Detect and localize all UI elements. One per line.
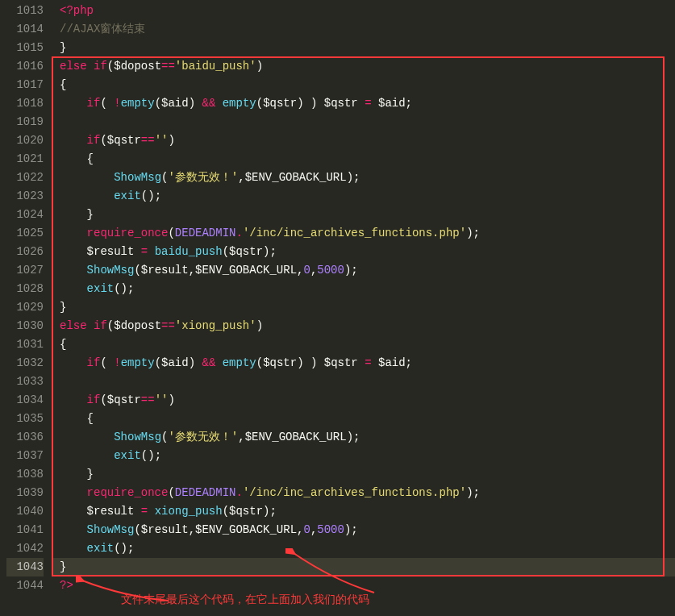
code-line[interactable]: require_once(DEDEADMIN.'/inc/inc_archive… <box>52 484 675 502</box>
code-editor[interactable]: 1013101410151016101710181019102010211022… <box>0 0 675 616</box>
code-line[interactable]: exit(); <box>52 280 675 298</box>
line-number: 1020 <box>6 131 44 150</box>
line-number: 1033 <box>6 373 44 391</box>
token-pn: ( <box>223 505 229 518</box>
code-area[interactable]: <?php//AJAX窗体结束}else if($dopost=='baidu_… <box>52 0 675 616</box>
code-line[interactable]: } <box>52 558 675 576</box>
token-pn: , <box>189 523 195 536</box>
code-line[interactable]: { <box>52 150 675 169</box>
token-var: $qstr <box>263 356 297 369</box>
token-var: $aid <box>161 97 189 110</box>
code-line[interactable]: //AJAX窗体结束 <box>52 20 675 39</box>
token-pn: ( <box>256 97 263 110</box>
token-var: $result <box>141 264 189 277</box>
code-line[interactable] <box>52 113 675 131</box>
code-line[interactable]: ?> <box>52 576 675 595</box>
token-fn: ShowMsg <box>114 171 161 184</box>
token-pn: { <box>60 78 66 91</box>
token-kw: <?php <box>60 4 94 17</box>
code-line[interactable] <box>52 373 675 391</box>
token-kw: require_once <box>87 486 169 499</box>
token-pn <box>372 97 378 110</box>
token-var: $qstr <box>229 505 263 518</box>
token-pn <box>134 505 140 518</box>
code-line[interactable]: ShowMsg('参数无效！',$ENV_GOBACK_URL); <box>52 169 675 187</box>
token-pn <box>60 486 87 499</box>
line-number: 1021 <box>6 150 44 169</box>
token-str: '参数无效！' <box>168 171 238 184</box>
line-number: 1043 <box>6 558 44 576</box>
code-line[interactable]: { <box>52 335 675 354</box>
line-number: 1028 <box>6 280 44 298</box>
token-fn: xiong_push <box>155 505 223 518</box>
token-pn: ) ) <box>297 356 324 369</box>
code-line[interactable]: } <box>52 298 675 317</box>
line-number: 1044 <box>6 576 44 595</box>
line-number: 1023 <box>6 187 44 206</box>
token-pn: ( <box>100 134 106 147</box>
token-pn: } <box>60 560 66 573</box>
token-kw: . <box>235 227 242 239</box>
token-pn: } <box>60 468 94 481</box>
code-line[interactable]: if( !empty($aid) && empty($qstr) ) $qstr… <box>52 94 675 113</box>
token-pn <box>60 505 87 518</box>
code-line[interactable]: $result = xiong_push($qstr); <box>52 502 675 521</box>
code-line[interactable]: if($qstr=='') <box>52 391 675 410</box>
code-line[interactable]: exit(); <box>52 187 675 206</box>
line-number: 1042 <box>6 539 44 558</box>
token-pn: ( <box>256 356 263 369</box>
token-str: '参数无效！' <box>168 431 238 443</box>
token-var: $ENV_GOBACK_URL <box>245 431 347 443</box>
token-pn <box>148 245 154 258</box>
token-pn: ( <box>100 356 114 369</box>
line-number: 1026 <box>6 243 44 261</box>
token-kw: if <box>87 97 101 110</box>
token-pn <box>215 97 222 110</box>
code-line[interactable]: ShowMsg('参数无效！',$ENV_GOBACK_URL); <box>52 428 675 447</box>
code-line[interactable]: exit(); <box>52 447 675 465</box>
code-line[interactable]: } <box>52 206 675 224</box>
token-pn <box>87 319 94 332</box>
code-line[interactable]: ShowMsg($result,$ENV_GOBACK_URL,0,5000); <box>52 261 675 280</box>
token-pn <box>60 264 87 277</box>
token-kw: if <box>87 393 101 406</box>
token-pn: ) ) <box>297 97 324 110</box>
code-line[interactable]: } <box>52 465 675 484</box>
token-pn: , <box>189 264 195 277</box>
token-pn <box>87 60 94 73</box>
token-var: $result <box>87 245 135 258</box>
token-pn: } <box>60 41 66 54</box>
line-number: 1034 <box>6 391 44 410</box>
code-line[interactable]: if( !empty($aid) && empty($qstr) ) $qstr… <box>52 354 675 373</box>
line-number: 1014 <box>6 20 44 39</box>
token-pn <box>60 97 87 110</box>
code-line[interactable]: } <box>52 39 675 57</box>
token-var: $dopost <box>114 319 161 332</box>
token-kw: = <box>141 245 148 258</box>
code-line[interactable]: <?php <box>52 2 675 20</box>
token-var: $dopost <box>114 60 161 73</box>
token-pn: ) <box>256 319 263 332</box>
token-fn: exit <box>114 189 141 202</box>
token-var: $aid <box>161 356 189 369</box>
token-var: $qstr <box>324 356 358 369</box>
code-line[interactable]: require_once(DEDEADMIN.'/inc/inc_archive… <box>52 224 675 243</box>
token-pn: { <box>60 412 94 425</box>
code-line[interactable]: else if($dopost=='baidu_push') <box>52 57 675 76</box>
code-line[interactable]: else if($dopost=='xiong_push') <box>52 317 675 335</box>
token-pn: ); <box>347 171 360 184</box>
token-pn: ) <box>189 97 202 110</box>
line-number: 1040 <box>6 502 44 521</box>
token-num: 0 <box>303 264 310 277</box>
token-pn <box>358 97 365 110</box>
token-pn: ) <box>168 134 174 147</box>
code-line[interactable]: { <box>52 76 675 94</box>
token-fn: empty <box>223 97 256 110</box>
code-line[interactable]: ShowMsg($result,$ENV_GOBACK_URL,0,5000); <box>52 521 675 539</box>
code-line[interactable]: $result = baidu_push($qstr); <box>52 243 675 261</box>
code-line[interactable]: exit(); <box>52 539 675 558</box>
code-line[interactable]: { <box>52 410 675 428</box>
code-line[interactable]: if($qstr=='') <box>52 131 675 150</box>
line-number: 1031 <box>6 335 44 354</box>
token-fn: empty <box>121 97 155 110</box>
